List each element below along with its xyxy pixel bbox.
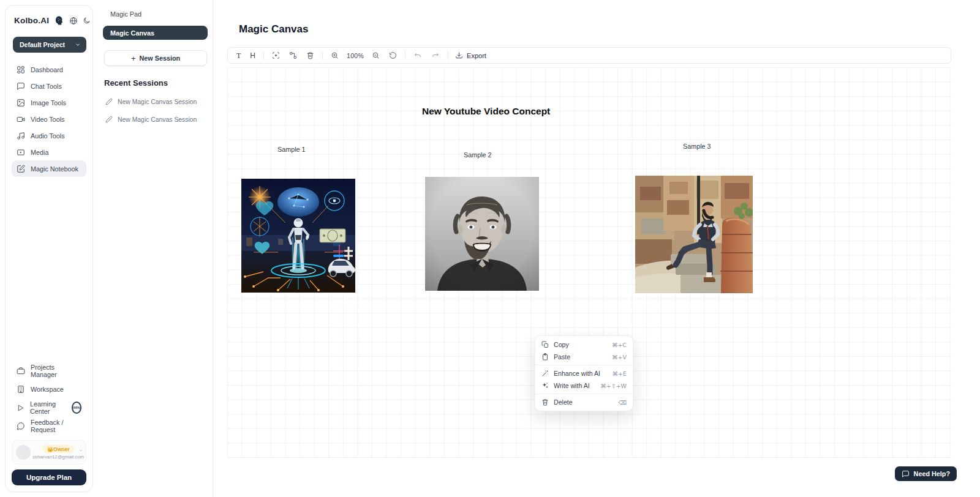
dashboard-icon [17,65,25,74]
pencil-icon [105,116,113,123]
tab-magic-canvas[interactable]: Magic Canvas [103,26,208,40]
pencil-icon [105,98,113,105]
image-icon [17,99,25,107]
context-menu: Copy ⌘+C Paste ⌘+V Enhance with AI ⌘+E W… [535,335,633,411]
feedback-chat-icon [17,422,25,430]
sidebar-item-media[interactable]: Media [12,144,86,160]
sidebar-item-label: Image Tools [31,99,66,106]
video-camera-icon [17,115,25,124]
new-session-label: New Session [139,54,180,62]
text-tool-glyph: T [236,52,241,59]
zoom-in-button[interactable] [330,51,340,59]
primary-sidebar: Kolbo.AI Default Project Dashboard Chat … [5,5,93,492]
sample-1-label[interactable]: Sample 1 [277,146,306,153]
context-menu-item-write-with-ai[interactable]: Write with AI ⌘+⇧+W [535,379,633,392]
magic-wand-icon [541,370,549,377]
zoom-out-icon [372,51,380,59]
connector-icon [289,51,297,59]
ai-select-tool-button[interactable] [271,51,281,59]
sidebar-item-chat-tools[interactable]: Chat Tools [12,78,86,94]
session-panel: Magic Pad Magic Canvas + New Session Rec… [93,0,213,497]
sidebar-item-label: Media [31,149,48,156]
undo-button[interactable] [412,51,423,59]
context-menu-item-paste[interactable]: Paste ⌘+V [535,351,633,363]
sidebar-item-label: Magic Notebook [31,165,78,173]
trash-icon [541,398,549,406]
redo-icon [431,51,440,59]
reset-view-button[interactable] [388,51,398,59]
sidebar-item-workspace[interactable]: Workspace [12,380,86,398]
redo-button[interactable] [430,51,441,59]
heading-tool-glyph: H [250,52,255,59]
user-email: zoharvan12@gmail.com [32,454,84,460]
sample-3-image[interactable] [635,176,753,293]
need-help-button[interactable]: Need Help? [895,466,957,481]
sidebar-item-learning-center[interactable]: Learning Center 66% [12,398,86,417]
zoom-in-icon [331,51,339,59]
language-globe-icon[interactable] [69,17,78,25]
connector-tool-button[interactable] [288,51,298,59]
project-selector-label: Default Project [20,41,65,48]
owner-role-badge: 👑Owner [42,445,74,453]
context-menu-item-enhance-with-ai[interactable]: Enhance with AI ⌘+E [535,367,633,379]
session-item-label: New Magic Canvas Session [118,116,197,123]
tab-magic-pad[interactable]: Magic Pad [103,7,208,20]
upgrade-plan-button[interactable]: Upgrade Plan [12,469,86,485]
recent-sessions-heading: Recent Sessions [104,78,208,88]
sample-1-image[interactable] [241,179,355,293]
context-menu-shortcut: ⌘+E [612,370,627,377]
session-list-item[interactable]: New Magic Canvas Session [105,116,208,123]
canvas-toolbar: T H 100% Export [227,47,951,64]
session-list-item[interactable]: New Magic Canvas Session [105,98,208,105]
sample-3-label[interactable]: Sample 3 [683,143,711,150]
music-note-icon [17,132,25,140]
need-help-label: Need Help? [914,470,950,477]
sidebar-item-dashboard[interactable]: Dashboard [12,61,86,78]
briefcase-icon [17,367,25,375]
project-selector[interactable]: Default Project [13,37,86,53]
sample-2-image[interactable] [425,177,539,291]
play-icon [17,404,24,412]
new-session-button[interactable]: + New Session [104,50,207,66]
sparkles-icon [541,382,549,389]
context-menu-item-delete[interactable]: Delete ⌫ [535,396,633,408]
logo-row: Kolbo.AI [12,14,86,26]
canvas-grid[interactable]: New Youtube Video Concept Sample 1 Sampl… [227,67,951,458]
context-menu-label: Paste [554,353,607,361]
user-account-chip[interactable]: 👑Owner zoharvan12@gmail.com [12,440,86,465]
toolbar-divider [322,51,323,60]
chat-bubble-icon [17,82,25,91]
chevron-down-icon [78,448,83,453]
media-icon [17,148,25,157]
sidebar-item-feedback[interactable]: Feedback / Request [12,417,86,435]
export-label: Export [467,52,486,59]
sidebar-item-image-tools[interactable]: Image Tools [12,94,86,111]
heading-tool-button[interactable]: H [249,52,257,59]
session-item-label: New Magic Canvas Session [118,99,197,105]
context-menu-label: Enhance with AI [554,370,608,377]
context-menu-item-copy[interactable]: Copy ⌘+C [535,338,633,351]
sidebar-item-label: Projects Manager [31,364,81,378]
export-button[interactable]: Export [455,51,486,59]
sidebar-item-projects-manager[interactable]: Projects Manager [12,362,86,380]
sidebar-item-video-tools[interactable]: Video Tools [12,111,86,127]
delete-tool-button[interactable] [305,51,315,59]
notebook-edit-icon [17,165,25,173]
ai-select-icon [272,51,280,59]
copy-icon [541,341,549,348]
text-tool-button[interactable]: T [235,52,242,59]
context-menu-divider [535,365,633,365]
undo-icon [413,51,422,59]
sample-2-label[interactable]: Sample 2 [464,151,492,159]
context-menu-divider [535,394,633,394]
zoom-out-button[interactable] [371,51,381,59]
sidebar-item-audio-tools[interactable]: Audio Tools [12,127,86,144]
sidebar-nav: Dashboard Chat Tools Image Tools Video T… [12,61,86,177]
sidebar-item-magic-notebook[interactable]: Magic Notebook [12,160,86,177]
avatar [16,445,31,460]
board-title[interactable]: New Youtube Video Concept [422,106,550,117]
dark-mode-moon-icon[interactable] [83,17,91,24]
toolbar-divider [263,51,264,60]
context-menu-shortcut: ⌘+V [612,354,627,361]
sidebar-item-label: Workspace [31,386,64,393]
